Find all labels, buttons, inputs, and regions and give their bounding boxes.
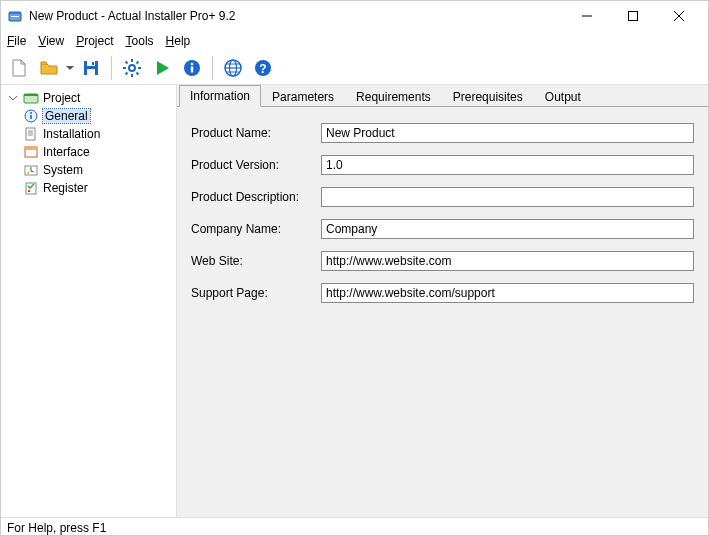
tab-prerequisites[interactable]: Prerequisites bbox=[442, 86, 534, 107]
svg-line-17 bbox=[137, 72, 139, 74]
svg-rect-43 bbox=[26, 183, 36, 194]
system-icon bbox=[23, 162, 39, 178]
app-icon bbox=[7, 8, 23, 24]
svg-point-11 bbox=[129, 65, 135, 71]
web-site-label: Web Site: bbox=[191, 254, 321, 268]
open-file-button[interactable] bbox=[35, 54, 63, 82]
svg-point-33 bbox=[30, 112, 32, 114]
product-description-input[interactable] bbox=[321, 187, 694, 207]
settings-button[interactable] bbox=[118, 54, 146, 82]
svg-line-19 bbox=[126, 72, 128, 74]
statusbar: For Help, press F1 bbox=[1, 517, 708, 536]
toolbar: ? bbox=[1, 51, 708, 85]
product-name-label: Product Name: bbox=[191, 126, 321, 140]
run-button[interactable] bbox=[148, 54, 176, 82]
titlebar: New Product - Actual Installer Pro+ 9.2 bbox=[1, 1, 708, 31]
project-icon bbox=[23, 90, 39, 106]
tree-item-installation[interactable]: Installation bbox=[3, 125, 174, 143]
svg-rect-2 bbox=[11, 16, 19, 17]
tree-item-general[interactable]: General bbox=[3, 107, 174, 125]
save-button[interactable] bbox=[77, 54, 105, 82]
info-button[interactable] bbox=[178, 54, 206, 82]
svg-rect-10 bbox=[92, 62, 94, 65]
new-file-button[interactable] bbox=[5, 54, 33, 82]
maximize-button[interactable] bbox=[610, 1, 656, 31]
menubar: File View Project Tools Help bbox=[1, 31, 708, 51]
svg-line-16 bbox=[126, 61, 128, 63]
menu-help[interactable]: Help bbox=[166, 34, 191, 48]
tree-item-interface[interactable]: Interface bbox=[3, 143, 174, 161]
page-icon bbox=[23, 126, 39, 142]
svg-rect-34 bbox=[30, 115, 32, 119]
svg-rect-22 bbox=[191, 66, 193, 72]
svg-text:?: ? bbox=[259, 61, 266, 75]
svg-rect-4 bbox=[629, 12, 638, 21]
menu-project[interactable]: Project bbox=[76, 34, 113, 48]
support-page-input[interactable] bbox=[321, 283, 694, 303]
tab-requirements[interactable]: Requirements bbox=[345, 86, 442, 107]
svg-rect-1 bbox=[9, 12, 21, 14]
form-area: Product Name: Product Version: Product D… bbox=[177, 107, 708, 517]
company-name-input[interactable] bbox=[321, 219, 694, 239]
open-dropdown-caret[interactable] bbox=[65, 64, 75, 72]
product-name-input[interactable] bbox=[321, 123, 694, 143]
tree-root-project[interactable]: Project bbox=[3, 89, 174, 107]
tab-parameters[interactable]: Parameters bbox=[261, 86, 345, 107]
help-button[interactable]: ? bbox=[249, 54, 277, 82]
tree-item-register[interactable]: Register bbox=[3, 179, 174, 197]
toolbar-separator-2 bbox=[212, 56, 213, 80]
tree-root-label: Project bbox=[43, 91, 80, 105]
tree-item-system[interactable]: System bbox=[3, 161, 174, 179]
support-page-label: Support Page: bbox=[191, 286, 321, 300]
window-title: New Product - Actual Installer Pro+ 9.2 bbox=[29, 9, 564, 23]
tab-output[interactable]: Output bbox=[534, 86, 592, 107]
globe-button[interactable] bbox=[219, 54, 247, 82]
svg-rect-40 bbox=[25, 147, 37, 150]
tree-item-label: General bbox=[43, 109, 90, 123]
svg-rect-9 bbox=[87, 69, 95, 75]
product-version-label: Product Version: bbox=[191, 158, 321, 172]
menu-view[interactable]: View bbox=[38, 34, 64, 48]
tab-strip: Information Parameters Requirements Prer… bbox=[177, 85, 708, 107]
content-panel: Information Parameters Requirements Prer… bbox=[177, 85, 708, 517]
company-name-label: Company Name: bbox=[191, 222, 321, 236]
tab-information[interactable]: Information bbox=[179, 85, 261, 107]
interface-icon bbox=[23, 144, 39, 160]
svg-rect-35 bbox=[26, 128, 35, 140]
tree-item-label: Interface bbox=[43, 145, 90, 159]
status-text: For Help, press F1 bbox=[7, 521, 106, 535]
tree-item-label: System bbox=[43, 163, 83, 177]
svg-rect-31 bbox=[24, 94, 38, 96]
svg-point-21 bbox=[191, 62, 194, 65]
svg-point-44 bbox=[28, 190, 30, 192]
tree-collapse-icon[interactable] bbox=[7, 93, 19, 103]
web-site-input[interactable] bbox=[321, 251, 694, 271]
svg-point-42 bbox=[27, 172, 29, 174]
product-description-label: Product Description: bbox=[191, 190, 321, 204]
toolbar-separator bbox=[111, 56, 112, 80]
close-button[interactable] bbox=[656, 1, 702, 31]
tree-item-label: Register bbox=[43, 181, 88, 195]
menu-tools[interactable]: Tools bbox=[126, 34, 154, 48]
menu-file[interactable]: File bbox=[7, 34, 26, 48]
svg-line-18 bbox=[137, 61, 139, 63]
product-version-input[interactable] bbox=[321, 155, 694, 175]
tree-item-label: Installation bbox=[43, 127, 100, 141]
project-tree: Project General Installation Interface S… bbox=[1, 85, 177, 517]
minimize-button[interactable] bbox=[564, 1, 610, 31]
info-small-icon bbox=[23, 108, 39, 124]
register-icon bbox=[23, 180, 39, 196]
